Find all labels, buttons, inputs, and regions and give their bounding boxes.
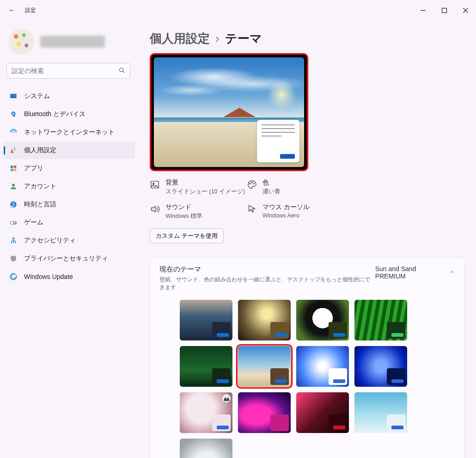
- setting-background[interactable]: 背景 スライドショー (10 イメージ): [150, 179, 247, 196]
- sidebar: システムBluetooth とデバイスネットワークとインターネット個人用設定アプ…: [0, 20, 139, 458]
- sidebar-item-2[interactable]: ネットワークとインターネット: [4, 124, 135, 141]
- svg-rect-10: [14, 169, 16, 171]
- svg-point-1: [120, 68, 123, 71]
- volume-icon: [150, 204, 160, 216]
- tile-accent: [217, 333, 229, 337]
- svg-rect-8: [14, 166, 16, 168]
- svg-point-15: [11, 222, 13, 224]
- palette-icon: [247, 179, 257, 191]
- nav-icon: [9, 182, 18, 191]
- nav-icon: [9, 146, 18, 155]
- setting-value: 濃い青: [262, 188, 281, 196]
- svg-point-4: [12, 113, 14, 115]
- nav-label: Bluetooth とデバイス: [24, 110, 85, 118]
- use-theme-button[interactable]: カスタム テーマを使用: [150, 229, 224, 243]
- theme-tile-bloom-light[interactable]: [296, 346, 349, 387]
- nav-icon: [9, 218, 18, 227]
- breadcrumb-leaf: テーマ: [225, 31, 262, 47]
- nav-label: アプリ: [24, 164, 43, 173]
- window-controls: [412, 3, 476, 18]
- search-input[interactable]: [6, 63, 130, 79]
- svg-rect-6: [14, 147, 15, 151]
- setting-cursor[interactable]: マウス カーソル Windows Aero: [247, 203, 348, 220]
- nav-icon: [9, 272, 18, 281]
- svg-point-22: [250, 183, 250, 184]
- svg-rect-17: [14, 222, 15, 223]
- user-name-redacted: [41, 36, 105, 48]
- tile-accent: [391, 333, 403, 337]
- svg-point-18: [12, 237, 15, 240]
- nav-label: Windows Update: [24, 273, 73, 280]
- sidebar-item-3[interactable]: 個人用設定: [4, 142, 135, 159]
- theme-tile-bamboo[interactable]: [354, 300, 407, 340]
- current-theme-section: 現在のテーマ 壁紙、サウンド、色の組み合わせを一緒に選ぶと、デスクトップをもっと…: [150, 257, 465, 458]
- setting-label: サウンド: [165, 203, 202, 211]
- sidebar-item-7[interactable]: ゲーム: [4, 214, 135, 231]
- setting-sound[interactable]: サウンド Windows 標準: [150, 203, 247, 220]
- nav-icon: [9, 200, 18, 209]
- sidebar-item-1[interactable]: Bluetooth とデバイス: [4, 105, 135, 123]
- sidebar-item-4[interactable]: アプリ: [4, 160, 135, 177]
- setting-color[interactable]: 色 濃い青: [247, 179, 348, 196]
- breadcrumb: 個人用設定 › テーマ: [150, 31, 465, 47]
- camera-icon: 📷: [222, 394, 231, 402]
- setting-label: 色: [262, 179, 281, 187]
- theme-tile-forest[interactable]: [180, 346, 232, 387]
- theme-tile-moon-night[interactable]: [238, 300, 291, 340]
- tile-badge: [270, 322, 289, 339]
- sidebar-item-6[interactable]: 時刻と言語: [4, 196, 135, 213]
- tile-badge: [329, 368, 347, 385]
- current-theme-expand[interactable]: Sun and Sand PREMIUM: [375, 265, 455, 280]
- theme-tile-sunset-lake[interactable]: [180, 300, 232, 340]
- svg-point-21: [153, 183, 154, 185]
- tile-accent: [217, 426, 229, 429]
- theme-tile-bloom-dark[interactable]: [354, 346, 407, 387]
- sidebar-item-8[interactable]: アクセシビリティ: [4, 232, 135, 249]
- tile-badge: [387, 322, 405, 339]
- theme-tile-grey-wave[interactable]: [180, 439, 232, 458]
- maximize-button[interactable]: [433, 3, 455, 18]
- setting-value: Windows Aero: [262, 212, 310, 219]
- sidebar-item-5[interactable]: アカウント: [4, 178, 135, 195]
- nav-icon: [9, 164, 18, 173]
- breadcrumb-root[interactable]: 個人用設定: [150, 31, 210, 47]
- sidebar-item-9[interactable]: プライバシーとセキュリティ: [4, 250, 135, 267]
- setting-value: スライドショー (10 イメージ): [165, 188, 245, 196]
- cursor-icon: [247, 204, 257, 216]
- setting-label: 背景: [165, 179, 245, 187]
- theme-tile-panda[interactable]: [296, 300, 349, 340]
- tile-badge: [212, 322, 231, 339]
- tile-badge: [270, 415, 289, 431]
- sidebar-item-0[interactable]: システム: [4, 87, 135, 105]
- theme-tile-flow[interactable]: [296, 392, 349, 433]
- app-title: 設定: [25, 6, 36, 14]
- tile-badge: [387, 415, 405, 431]
- breadcrumb-separator: ›: [215, 31, 220, 46]
- sidebar-item-10[interactable]: Windows Update: [4, 268, 135, 285]
- section-title: 現在のテーマ: [159, 265, 375, 274]
- nav-label: プライバシーとセキュリティ: [24, 254, 108, 263]
- close-button[interactable]: [455, 3, 476, 18]
- search-icon: [119, 67, 125, 75]
- svg-point-11: [12, 184, 15, 186]
- nav-label: 時刻と言語: [24, 200, 56, 209]
- theme-tile-cherry[interactable]: 📷: [180, 392, 232, 433]
- theme-tile-aurora[interactable]: [238, 392, 291, 433]
- svg-point-23: [251, 182, 252, 183]
- nav-icon: [9, 236, 18, 245]
- nav-icon: [9, 254, 18, 263]
- svg-rect-7: [11, 166, 13, 168]
- tile-accent: [275, 333, 287, 337]
- avatar: [8, 29, 34, 55]
- back-button[interactable]: ←: [8, 6, 16, 14]
- theme-tile-sun-and-sand[interactable]: [238, 346, 291, 387]
- user-profile[interactable]: [3, 25, 136, 63]
- search-field[interactable]: [12, 67, 108, 74]
- theme-tile-glacier[interactable]: [354, 392, 407, 433]
- tile-accent: [333, 426, 345, 429]
- setting-value: Windows 標準: [165, 212, 202, 220]
- main-content: 個人用設定 › テーマ 背景 スライドショー (10 イメージ: [139, 20, 476, 458]
- svg-point-5: [13, 132, 14, 133]
- tile-accent: [391, 379, 403, 383]
- minimize-button[interactable]: [412, 3, 433, 18]
